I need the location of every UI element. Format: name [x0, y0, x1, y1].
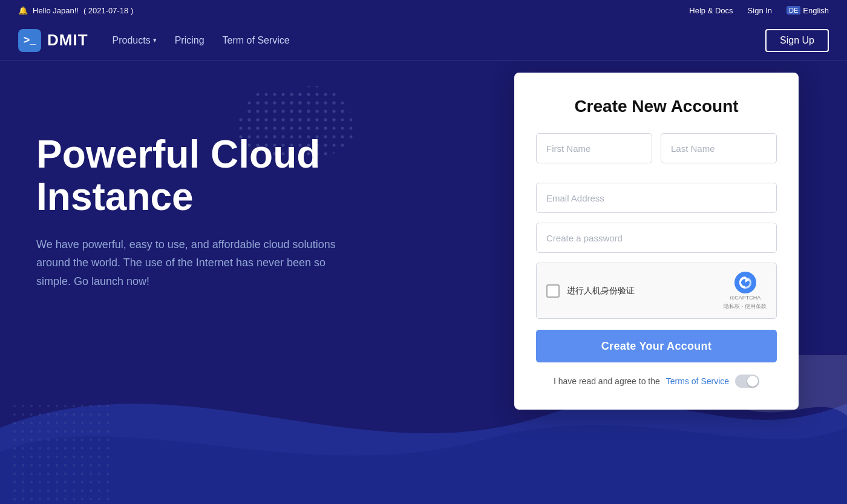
logo[interactable]: >_ DMIT — [18, 29, 88, 52]
svg-rect-5 — [12, 404, 109, 500]
terms-link[interactable]: Terms of Service — [666, 376, 729, 386]
top-bar-right: Help & Docs Sign In DE English — [689, 6, 829, 15]
main-nav: >_ DMIT Products ▾ Pricing Term of Servi… — [0, 21, 847, 61]
terms-toggle[interactable] — [735, 375, 759, 388]
announcement-date: ( 2021-07-18 ) — [83, 6, 133, 15]
hero-subtitle: We have powerful, easy to use, and affor… — [36, 235, 351, 291]
nav-products[interactable]: Products ▾ — [113, 35, 157, 46]
first-name-group — [536, 133, 652, 163]
terms-text: I have read and agree to the — [554, 376, 660, 386]
signin-link[interactable]: Sign In — [748, 6, 772, 15]
hero-title: Powerful Cloud Instance — [36, 133, 351, 218]
announcement-text: Hello Japan!! — [33, 6, 79, 15]
password-input[interactable] — [536, 223, 777, 253]
nav-tos[interactable]: Term of Service — [223, 35, 290, 46]
logo-icon-text: >_ — [24, 34, 36, 47]
captcha-box: 进行人机身份验证 reCAPTCHA 隐私权 · 使用条款 — [536, 263, 777, 319]
nav-links: Products ▾ Pricing Term of Service — [113, 35, 290, 46]
logo-text: DMIT — [47, 31, 88, 50]
top-bar: 🔔 Hello Japan!! ( 2021-07-18 ) Help & Do… — [0, 0, 847, 21]
language-selector[interactable]: DE English — [786, 6, 829, 15]
email-group — [536, 183, 777, 213]
lang-code: DE — [789, 7, 798, 14]
name-row — [536, 133, 777, 173]
logo-icon: >_ — [18, 29, 41, 52]
recaptcha-top-text: reCAPTCHA — [730, 295, 760, 302]
last-name-group — [661, 133, 777, 163]
hero-content: Powerful Cloud Instance We have powerful… — [0, 61, 387, 327]
captcha-label: 进行人机身份验证 — [567, 286, 716, 296]
recaptcha-logo-icon — [734, 272, 756, 293]
form-title: Create New Account — [536, 97, 777, 116]
dot-pattern-left-decoration — [12, 404, 109, 500]
registration-form: Create New Account 进行人机身份验证 — [514, 73, 799, 410]
create-account-button[interactable]: Create Your Account — [536, 330, 777, 362]
lang-label: English — [803, 6, 829, 15]
chevron-down-icon: ▾ — [153, 36, 157, 44]
recaptcha-branding: reCAPTCHA 隐私权 · 使用条款 — [724, 272, 767, 310]
nav-left: >_ DMIT Products ▾ Pricing Term of Servi… — [18, 29, 290, 52]
terms-row: I have read and agree to the Terms of Se… — [536, 375, 777, 388]
lang-icon: DE — [786, 6, 800, 15]
signup-button[interactable]: Sign Up — [765, 29, 829, 52]
announcement-area: 🔔 Hello Japan!! ( 2021-07-18 ) — [18, 6, 133, 15]
help-docs-link[interactable]: Help & Docs — [689, 6, 733, 15]
captcha-checkbox[interactable] — [546, 284, 560, 298]
email-input[interactable] — [536, 183, 777, 213]
first-name-input[interactable] — [536, 133, 652, 163]
password-group — [536, 223, 777, 253]
hero-section: Powerful Cloud Instance We have powerful… — [0, 61, 847, 504]
last-name-input[interactable] — [661, 133, 777, 163]
recaptcha-bottom-text: 隐私权 · 使用条款 — [724, 303, 767, 310]
toggle-knob — [747, 376, 758, 387]
bell-icon: 🔔 — [18, 6, 28, 15]
nav-pricing[interactable]: Pricing — [175, 35, 204, 46]
